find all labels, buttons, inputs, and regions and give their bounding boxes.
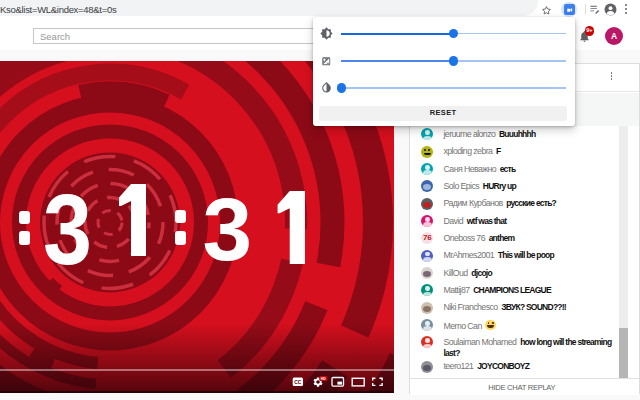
svg-text:HD: HD [321,376,327,380]
svg-text:CC: CC [294,378,302,384]
